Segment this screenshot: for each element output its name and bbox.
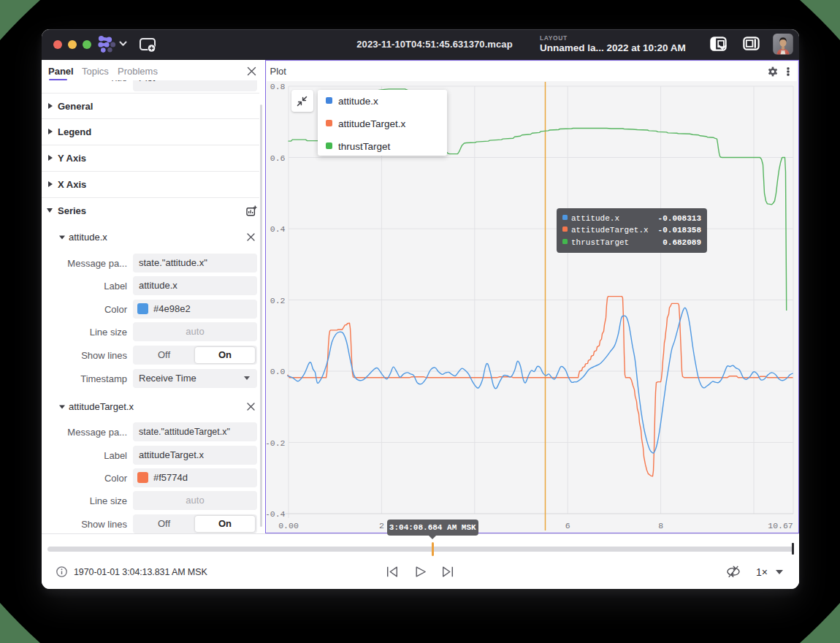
svg-text:-0.4: -0.4 xyxy=(267,509,286,519)
svg-text:0.6: 0.6 xyxy=(270,153,285,163)
svg-text:-0.2: -0.2 xyxy=(267,438,286,448)
svg-text:0.0: 0.0 xyxy=(270,367,285,376)
svg-text:0.8: 0.8 xyxy=(270,82,285,91)
svg-text:8: 8 xyxy=(658,521,663,530)
svg-text:2: 2 xyxy=(378,521,383,530)
svg-text:0.4: 0.4 xyxy=(270,224,285,234)
svg-text:0.2: 0.2 xyxy=(270,296,285,305)
svg-text:6: 6 xyxy=(565,521,570,530)
svg-text:10.67: 10.67 xyxy=(768,521,793,530)
svg-text:0.00: 0.00 xyxy=(278,521,299,530)
